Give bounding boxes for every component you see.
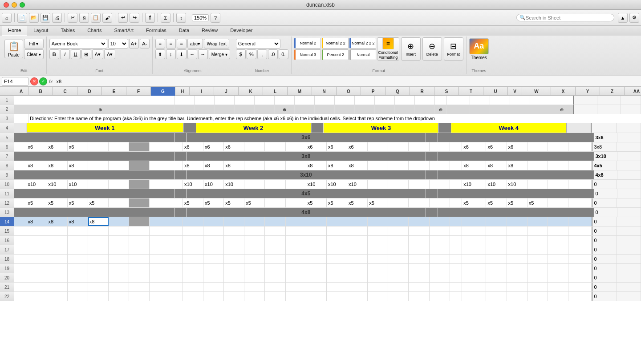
cell-A10[interactable]	[14, 180, 26, 189]
cell-J22[interactable]	[203, 292, 224, 301]
tab-formulas[interactable]: Formulas	[140, 26, 173, 36]
cell-P2[interactable]	[315, 105, 335, 114]
cell-L1[interactable]	[235, 96, 255, 105]
cell-AD4[interactable]	[617, 123, 641, 133]
cell-P21[interactable]	[327, 283, 347, 291]
cell-F17[interactable]	[109, 245, 129, 254]
indent-increase-button[interactable]: →	[198, 49, 208, 59]
cell-A4[interactable]	[14, 123, 27, 133]
cell-C22[interactable]	[47, 292, 68, 301]
cell-Z12[interactable]: x5	[527, 198, 548, 207]
week4-header[interactable]: Week 4	[451, 123, 567, 133]
cell-T6[interactable]	[409, 142, 429, 151]
col-header-J[interactable]: J	[214, 87, 239, 96]
cell-D21[interactable]	[68, 283, 88, 291]
cell-AB8[interactable]	[568, 161, 592, 170]
cell-Y2[interactable]	[490, 105, 510, 114]
style-normal2[interactable]: Normal 2	[294, 38, 321, 49]
cell-J6[interactable]: x6	[203, 142, 224, 151]
cell-W8[interactable]: x8	[462, 161, 486, 170]
cell-G10[interactable]	[129, 180, 150, 189]
cell-Y14[interactable]	[507, 217, 527, 226]
cell-K22[interactable]	[224, 292, 244, 301]
cell-AC2[interactable]	[574, 105, 597, 114]
cell-3x8-label[interactable]: 3x8	[187, 152, 426, 161]
cell-I14[interactable]	[183, 217, 203, 226]
cell-Q12[interactable]: x5	[347, 198, 368, 207]
cell-K8[interactable]: x8	[224, 161, 244, 170]
col-header-V[interactable]: V	[508, 87, 522, 96]
cell-AB22[interactable]	[568, 292, 592, 301]
cell-Q15[interactable]	[347, 226, 368, 235]
cell-GH21[interactable]	[150, 283, 183, 291]
cell-V8[interactable]	[450, 161, 462, 170]
week2-header[interactable]: Week 2	[196, 123, 312, 133]
formula-confirm-button[interactable]: ✓	[39, 77, 47, 85]
cell-E14[interactable]: x8	[88, 217, 109, 226]
merge-button[interactable]: Merge ▾	[209, 49, 230, 59]
cell-T2[interactable]	[395, 105, 415, 114]
cell-X19[interactable]	[486, 264, 507, 273]
cell-B18[interactable]	[26, 255, 47, 263]
cell-D8[interactable]: x8	[68, 161, 88, 170]
cell-X20[interactable]	[486, 273, 507, 282]
cell-C17[interactable]	[47, 245, 68, 254]
col-header-R[interactable]: R	[410, 87, 434, 96]
cell-Y10[interactable]: x10	[507, 180, 527, 189]
cell-V12[interactable]	[450, 198, 462, 207]
cell-R20[interactable]	[368, 273, 388, 282]
cell-3x10-week1[interactable]	[26, 170, 174, 179]
cell-AA21[interactable]	[548, 283, 568, 291]
cell-R17[interactable]	[368, 245, 388, 254]
cell-GH15[interactable]	[150, 226, 183, 235]
cell-N16[interactable]	[286, 236, 306, 245]
cell-S1[interactable]	[375, 96, 395, 105]
cell-Z20[interactable]	[527, 273, 548, 282]
cell-AD6[interactable]	[617, 142, 641, 151]
cell-M19[interactable]	[265, 264, 285, 273]
cell-Q22[interactable]	[347, 292, 368, 301]
cell-U1[interactable]	[415, 96, 435, 105]
cell-F6[interactable]	[109, 142, 129, 151]
cell-T20[interactable]	[409, 273, 429, 282]
cell-AB15[interactable]	[568, 226, 592, 235]
cell-GH16[interactable]	[150, 236, 183, 245]
cell-N12[interactable]	[286, 198, 306, 207]
cell-3x6-week1[interactable]	[26, 133, 174, 142]
cell-AB11[interactable]	[570, 189, 594, 198]
cell-X18[interactable]	[486, 255, 507, 263]
cell-R8[interactable]	[368, 161, 388, 170]
cell-N15[interactable]	[286, 226, 306, 235]
cell-R15[interactable]	[368, 226, 388, 235]
cell-W12[interactable]: x5	[462, 198, 486, 207]
cell-AD1[interactable]	[597, 96, 621, 105]
tab-layout[interactable]: Layout	[27, 26, 54, 36]
cell-T1[interactable]	[395, 96, 415, 105]
cell-O18[interactable]	[306, 255, 327, 263]
cell-AC20[interactable]: 0	[592, 273, 617, 282]
cell-W17[interactable]	[462, 245, 486, 254]
cell-AD7[interactable]	[617, 152, 641, 161]
cell-AC22[interactable]: 0	[592, 292, 617, 301]
tab-data[interactable]: Data	[173, 26, 195, 36]
cell-H9[interactable]	[174, 170, 187, 179]
cell-V14[interactable]	[450, 217, 462, 226]
cell-B10[interactable]: x10	[26, 180, 47, 189]
cell-M10[interactable]	[265, 180, 285, 189]
cell-4x8-week1[interactable]	[26, 208, 174, 217]
valign-mid-button[interactable]: ↕	[166, 49, 176, 59]
cell-GH14[interactable]	[150, 217, 183, 226]
cell-U6[interactable]	[430, 142, 450, 151]
cell-S14[interactable]	[388, 217, 409, 226]
cell-K20[interactable]	[224, 273, 244, 282]
cell-Q19[interactable]	[347, 264, 368, 273]
cell-AB6[interactable]	[568, 142, 592, 151]
cell-AC8[interactable]: 4x5	[592, 161, 617, 170]
collapse-btn-2[interactable]: ⊕	[275, 105, 295, 114]
cell-W16[interactable]	[462, 236, 486, 245]
search-input[interactable]	[526, 15, 606, 20]
cell-X12[interactable]: x5	[486, 198, 507, 207]
cell-C15[interactable]	[47, 226, 68, 235]
cell-E15[interactable]	[88, 226, 109, 235]
open-file-icon[interactable]: 📂	[29, 13, 39, 23]
